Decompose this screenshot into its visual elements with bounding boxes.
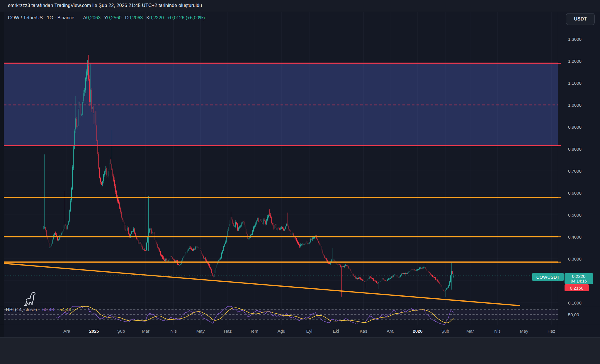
price-tick-label: 0,5000 xyxy=(568,212,582,217)
alert-price-badge: 0,2150 xyxy=(565,284,589,291)
time-tick-label: May xyxy=(196,329,205,334)
ohlc-values: A0,2063Y0,2560D0,2063K0,2220 xyxy=(79,15,164,20)
descending-trendline[interactable] xyxy=(4,263,520,306)
currency-toggle-button[interactable]: USDT xyxy=(566,13,595,25)
pane-separator[interactable] xyxy=(0,306,600,306)
time-tick-label: Mar xyxy=(466,329,474,334)
time-tick-label: Nis xyxy=(170,329,177,334)
ohlc-value: 0,2063 xyxy=(86,15,101,20)
time-tick-label: 2026 xyxy=(413,329,422,334)
separator-top xyxy=(0,12,600,12)
time-tick-label: Eyl xyxy=(306,329,312,334)
last-price-badge: 0,2220 04:14:16 xyxy=(565,273,593,284)
axis-level-tick xyxy=(558,197,561,198)
time-tick-label: Ara xyxy=(387,329,393,334)
priceaxis-separator[interactable] xyxy=(558,12,558,338)
axis-level-tick xyxy=(558,237,561,237)
price-tick-label: 0,7000 xyxy=(568,169,582,174)
tradingview-chart-screenshot: emrkrzzz3 tarafından TradingView.com ile… xyxy=(0,0,600,364)
time-tick-label: Haz xyxy=(548,329,555,334)
ohlc-value: 0,2220 xyxy=(149,15,164,20)
chart-legend[interactable]: COW / TetherUS · 1G · BinanceA0,2063Y0,2… xyxy=(8,15,205,22)
bar-countdown: 04:14:16 xyxy=(571,279,587,284)
price-tick-label: 1,3000 xyxy=(568,37,582,42)
time-tick-label: Ağu xyxy=(278,329,285,334)
time-tick-label: Şub xyxy=(117,329,125,334)
rsi-axis-label: 50,00 xyxy=(568,312,579,317)
price-tick-label: 0,4000 xyxy=(568,234,582,239)
time-tick-label: Mar xyxy=(142,329,149,334)
time-tick-label: Şub xyxy=(441,329,449,334)
change-value: +0,0126 (+6,00%) xyxy=(167,15,205,20)
resistance-zone xyxy=(4,63,558,146)
ohlc-value: 0,2560 xyxy=(107,15,122,20)
price-tick-label: 0,3000 xyxy=(568,256,582,261)
ohlc-value: 0,2063 xyxy=(128,15,143,20)
price-tick-label: 0,6000 xyxy=(568,190,582,195)
chart-left-strip xyxy=(0,12,4,338)
time-tick-label: Haz xyxy=(224,329,232,334)
time-tick-label: Ara xyxy=(63,329,70,334)
rsi-title[interactable]: RSI (14, close) xyxy=(6,307,37,312)
time-tick-label: Eki xyxy=(333,329,339,334)
time-tick-label: Kas xyxy=(360,329,367,334)
dinosaur-icon xyxy=(23,291,37,307)
price-tick-label: 1,2000 xyxy=(568,59,582,64)
price-tick-label: 0,8000 xyxy=(568,147,582,152)
price-tick-label: 0,1000 xyxy=(568,300,582,305)
time-tick-label: 2025 xyxy=(89,329,99,334)
rsi-legend[interactable]: RSI (14, close) 60,48 54,40 xyxy=(6,307,71,312)
rsi-band xyxy=(4,309,558,319)
symbol-price-label: COWUSDT xyxy=(532,273,564,281)
time-tick-label: Nis xyxy=(494,329,501,334)
last-price-value: 0,2220 xyxy=(572,274,586,279)
ohlc-key: D xyxy=(125,15,129,20)
timeaxis-separator xyxy=(0,325,600,325)
ohlc-key: Y xyxy=(104,15,107,20)
price-tick-label: 1,0000 xyxy=(568,103,582,108)
rsi-ma-value: 54,40 xyxy=(60,307,71,312)
time-tick-label: Tem xyxy=(250,329,258,334)
axis-level-tick xyxy=(558,262,561,263)
price-tick-label: 0,9000 xyxy=(568,125,582,130)
symbol-title[interactable]: COW / TetherUS · 1G · Binance xyxy=(8,15,74,20)
price-tick-label: 1,1000 xyxy=(568,81,582,86)
footer-bar: TradingView xyxy=(0,338,600,364)
price-chart[interactable] xyxy=(0,0,600,364)
time-tick-label: May xyxy=(520,329,528,334)
rsi-value: 60,48 xyxy=(42,307,54,312)
axis-level-tick xyxy=(558,145,561,146)
axis-level-tick xyxy=(558,63,561,64)
ohlc-key: A xyxy=(83,15,86,20)
ohlc-key: K xyxy=(146,15,149,20)
